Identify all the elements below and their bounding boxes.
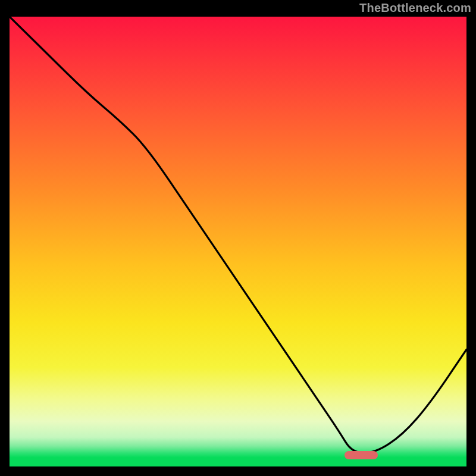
heat-gradient-background	[10, 17, 466, 466]
watermark-text: TheBottleneck.com	[359, 1, 471, 15]
optimal-marker	[345, 451, 378, 459]
chart-container: TheBottleneck.com	[0, 0, 476, 476]
plot-area	[10, 17, 466, 466]
